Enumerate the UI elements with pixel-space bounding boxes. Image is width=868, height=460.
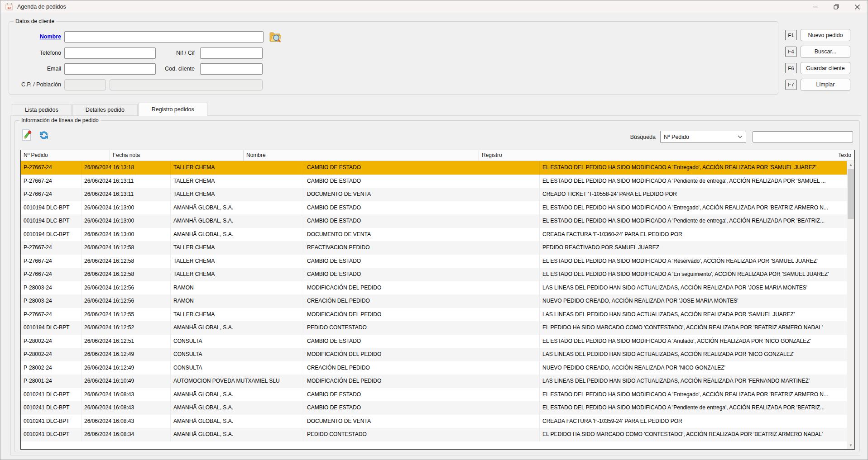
nombre-input[interactable] (64, 31, 264, 43)
action-row: F7 Limpiar (785, 79, 850, 91)
action-button[interactable]: Guardar cliente (801, 62, 850, 74)
table-row[interactable]: P-28003-24 26/06/2024 16:12:56 RAMON MOD… (21, 281, 847, 295)
cell-registro: CAMBIO DE ESTADO (304, 401, 540, 415)
cell-texto: LAS LINEAS DEL PEDIDO HAN SIDO ACTUALIZA… (540, 348, 847, 361)
cell-nombre: TALLER CHEMA (171, 308, 304, 322)
tab[interactable]: Registro pedidos (139, 103, 207, 115)
cell-nombre: TALLER CHEMA (171, 255, 304, 268)
cell-num-pedido: P-27667-24 (21, 175, 82, 188)
restore-icon[interactable] (826, 0, 847, 13)
cell-fecha-nota: 26/06/2024 16:12:56 (82, 294, 171, 308)
tab-strip: Lista pedidos Detalles pedido Registro p… (12, 103, 207, 115)
table-row[interactable]: P-27667-24 26/06/2024 16:12:58 TALLER CH… (21, 241, 847, 255)
chevron-down-icon (738, 135, 743, 138)
cell-registro: MODIFICACIÓN DEL PEDIDO (304, 375, 540, 388)
column-header[interactable]: Texto (835, 150, 854, 161)
cell-fecha-nota: 26/06/2024 16:10:49 (82, 375, 171, 388)
cell-fecha-nota: 26/06/2024 16:13:18 (82, 161, 171, 175)
cell-num-pedido: P-28003-24 (21, 281, 82, 295)
cell-num-pedido: P-28002-24 (21, 335, 82, 348)
table-row[interactable]: P-28002-24 26/06/2024 16:12:49 CONSULTA … (21, 361, 847, 375)
fkey-badge: F6 (785, 63, 797, 73)
cell-nombre: AMANHÃ GLOBAL, S.A. (171, 401, 304, 415)
cell-num-pedido: P-27667-24 (21, 268, 82, 281)
table-row[interactable]: 0010241 DLC-BPT 26/06/2024 16:08:43 AMAN… (21, 415, 847, 428)
cell-texto: LAS LINEAS DEL PEDIDO HAN SIDO ACTUALIZA… (540, 281, 847, 295)
close-icon[interactable] (847, 0, 868, 13)
tab[interactable]: Detalles pedido (72, 104, 138, 115)
fkey-badge: F1 (785, 30, 797, 40)
search-field-combobox[interactable]: Nº Pedido (660, 131, 746, 143)
cell-nombre: AMANHÃ GLOBAL, S.A. (171, 415, 304, 428)
table-row[interactable]: 0010194 DLC-BPT 26/06/2024 16:12:52 AMAN… (21, 321, 847, 335)
cell-registro: PEDIDO CONTESTADO (304, 321, 540, 335)
refresh-icon[interactable] (38, 129, 50, 142)
table-row[interactable]: 0010241 DLC-BPT 26/06/2024 16:08:43 AMAN… (21, 388, 847, 402)
cell-num-pedido: P-27667-24 (21, 255, 82, 268)
table-row[interactable]: P-27667-24 26/06/2024 16:13:11 TALLER CH… (21, 175, 847, 188)
search-query-input[interactable] (753, 131, 853, 142)
column-header[interactable]: Nº Pedido (21, 150, 110, 161)
vertical-scrollbar[interactable]: ▲ ▼ (847, 161, 854, 449)
column-header[interactable]: Nombre (244, 150, 479, 161)
cod-cliente-input[interactable] (200, 63, 263, 75)
folder-search-icon[interactable] (268, 29, 283, 44)
cell-num-pedido: P-28002-24 (21, 361, 82, 375)
edit-note-icon[interactable] (20, 129, 33, 142)
scroll-up-icon[interactable]: ▲ (847, 161, 854, 169)
table-row[interactable]: 0010241 DLC-BPT 26/06/2024 16:08:34 AMAN… (21, 428, 847, 441)
cell-registro: REACTIVACION PEDIDO (304, 241, 540, 255)
table-row[interactable]: 0010194 DLC-BPT 26/06/2024 16:13:00 AMAN… (21, 201, 847, 215)
cell-nombre: AMANHÃ GLOBAL, S.A. (171, 321, 304, 335)
table-row[interactable]: P-28002-24 26/06/2024 16:12:51 CONSULTA … (21, 335, 847, 348)
poblacion-input (110, 79, 263, 90)
cell-num-pedido: 0010194 DLC-BPT (21, 228, 82, 242)
nif-input[interactable] (200, 47, 263, 59)
table-row[interactable]: P-27667-24 26/06/2024 16:12:58 TALLER CH… (21, 255, 847, 268)
combo-selected-value: Nº Pedido (664, 134, 689, 140)
cell-registro: CAMBIO DE ESTADO (304, 268, 540, 281)
nombre-link-label[interactable]: Nombre (9, 33, 61, 40)
cell-texto: LAS LINEAS DEL PEDIDO HAN SIDO ACTUALIZA… (540, 375, 847, 388)
cell-texto: PEDIDO REACTIVADO POR SAMUEL JUAREZ (540, 241, 847, 255)
telefono-input[interactable] (64, 47, 156, 59)
table-row[interactable]: P-27667-24 26/06/2024 16:13:11 TALLER CH… (21, 188, 847, 201)
table-row[interactable]: 0010241 DLC-BPT 26/06/2024 16:08:43 AMAN… (21, 401, 847, 415)
email-input[interactable] (64, 63, 156, 75)
cell-texto: EL PEDIDO HA SIDO MARCADO COMO 'CONTESTA… (540, 321, 847, 335)
action-button[interactable]: Buscar... (801, 46, 850, 58)
cell-registro: MODIFICACIÓN DEL PEDIDO (304, 348, 540, 361)
column-header[interactable]: Registro (479, 150, 835, 161)
table-row[interactable]: 0010194 DLC-BPT 26/06/2024 16:13:00 AMAN… (21, 228, 847, 242)
cell-nombre: TALLER CHEMA (171, 241, 304, 255)
svg-text:12: 12 (7, 6, 11, 10)
cell-nombre: TALLER CHEMA (171, 161, 304, 175)
action-button[interactable]: Nuevo pedido (801, 29, 850, 41)
scrollbar-thumb[interactable] (848, 169, 854, 219)
column-header[interactable]: Fecha nota (110, 150, 244, 161)
cell-nombre: AMANHÃ GLOBAL, S.A. (171, 228, 304, 242)
cell-fecha-nota: 26/06/2024 16:12:49 (82, 361, 171, 375)
cell-fecha-nota: 26/06/2024 16:12:58 (82, 268, 171, 281)
minimize-icon[interactable] (805, 0, 826, 13)
cell-num-pedido: 0010241 DLC-BPT (21, 388, 82, 402)
table-row[interactable]: P-27667-24 26/06/2024 16:13:18 TALLER CH… (21, 161, 847, 175)
cell-num-pedido: P-27667-24 (21, 161, 82, 175)
tab[interactable]: Lista pedidos (12, 104, 72, 115)
order-lines-legend: Información de líneas de pedido (19, 117, 101, 123)
table-row[interactable]: P-28003-24 26/06/2024 16:12:56 RAMON CRE… (21, 294, 847, 308)
action-button[interactable]: Limpiar (801, 79, 850, 91)
action-row: F4 Buscar... (785, 46, 850, 58)
order-lines-groupbox: Información de líneas de pedido (14, 120, 860, 452)
table-body: P-27667-24 26/06/2024 16:13:18 TALLER CH… (21, 161, 847, 449)
cell-nombre: AUTOMOCION POVEDA MUTXAMIEL SLU (171, 375, 304, 388)
table-row[interactable]: P-28001-24 26/06/2024 16:10:49 AUTOMOCIO… (21, 375, 847, 388)
table-row[interactable]: P-28002-24 26/06/2024 16:12:49 CONSULTA … (21, 348, 847, 361)
table-row[interactable]: 0010194 DLC-BPT 26/06/2024 16:13:00 AMAN… (21, 214, 847, 228)
scroll-down-icon[interactable]: ▼ (847, 441, 854, 449)
cell-registro: MODIFICACIÓN DEL PEDIDO (304, 308, 540, 322)
cell-fecha-nota: 26/06/2024 16:12:58 (82, 241, 171, 255)
table-row[interactable]: P-27667-24 26/06/2024 16:12:55 TALLER CH… (21, 308, 847, 322)
cell-registro: CAMBIO DE ESTADO (304, 388, 540, 402)
table-row[interactable]: P-27667-24 26/06/2024 16:12:58 TALLER CH… (21, 268, 847, 281)
